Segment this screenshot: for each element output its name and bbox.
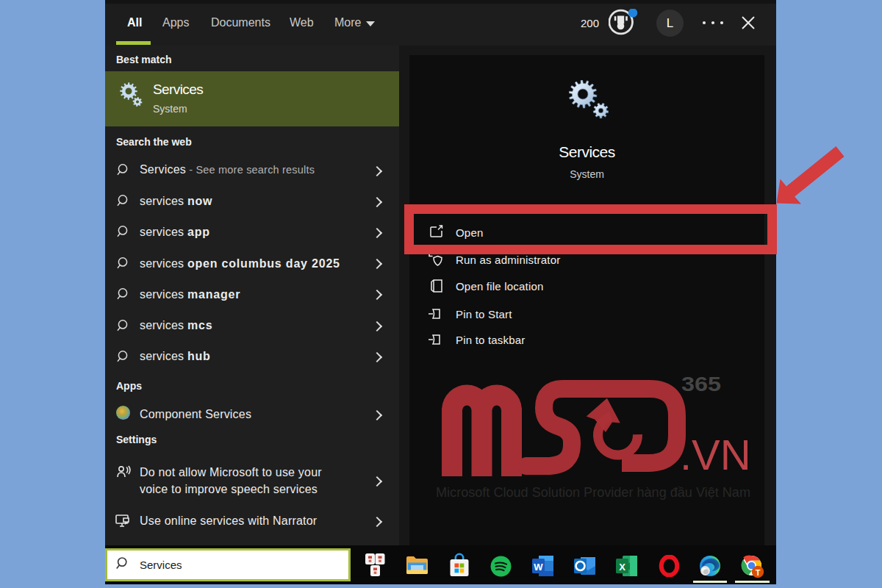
svg-text:Microsoft Cloud Solution Provi: Microsoft Cloud Solution Provider hàng đ… [436,484,750,500]
svg-text:T: T [756,568,761,577]
svg-text:X: X [619,562,625,573]
svg-text:365: 365 [681,373,721,395]
svg-text:W: W [534,562,543,573]
svg-text:.VN: .VN [680,431,751,478]
